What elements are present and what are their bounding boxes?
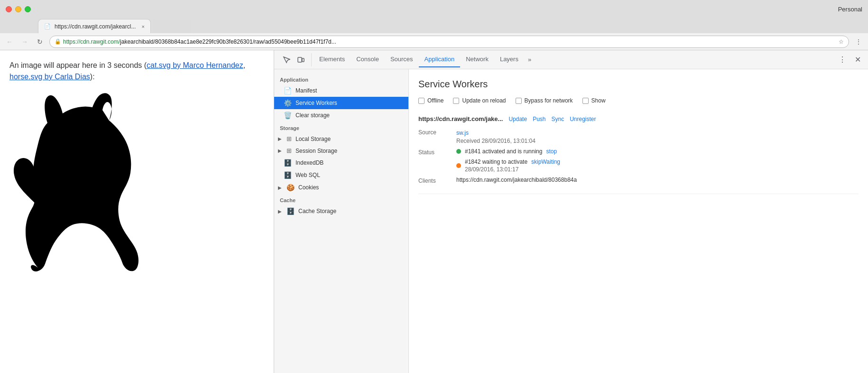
inspect-element-icon[interactable] bbox=[280, 53, 293, 66]
sw-status-waiting: #1842 waiting to activate skipWaiting 28… bbox=[456, 159, 560, 173]
update-on-reload-option[interactable]: Update on reload bbox=[453, 97, 506, 104]
sw-status-row: Status #1841 activated and is running st… bbox=[418, 148, 859, 173]
cookies-arrow-icon: ▶ bbox=[278, 185, 282, 190]
bypass-for-network-label: Bypass for network bbox=[525, 97, 573, 104]
sw-push-link[interactable]: Push bbox=[533, 116, 545, 122]
sw-unregister-link[interactable]: Unregister bbox=[570, 116, 596, 122]
show-checkbox[interactable] bbox=[582, 98, 589, 104]
status-dot-green bbox=[456, 149, 461, 154]
sw-source-label: Source bbox=[418, 128, 456, 136]
more-tabs-button[interactable]: » bbox=[524, 52, 535, 67]
update-on-reload-label: Update on reload bbox=[462, 97, 506, 104]
close-button[interactable] bbox=[6, 6, 12, 12]
sidebar-item-local-storage[interactable]: ▶ ⊞ Local Storage bbox=[274, 133, 408, 145]
sw-source-file-link[interactable]: sw.js bbox=[456, 130, 469, 136]
new-tab-area bbox=[153, 20, 191, 33]
sidebar-item-session-storage[interactable]: ▶ ⊞ Session Storage bbox=[274, 145, 408, 157]
devtools-toolbar: Elements Console Sources Application Net… bbox=[274, 50, 868, 69]
tab-layers[interactable]: Layers bbox=[494, 52, 524, 67]
tab-console[interactable]: Console bbox=[351, 52, 385, 67]
sw-running-text: #1841 activated and is running bbox=[465, 148, 542, 155]
show-label: Show bbox=[591, 97, 606, 104]
cat-svg-link[interactable]: cat.svg by Marco Hernandez bbox=[147, 61, 243, 69]
title-bar: Personal bbox=[0, 0, 868, 18]
url-bar[interactable]: 🔒 https://cdn.rawgit.com/jakearchibald/8… bbox=[49, 36, 849, 48]
indexeddb-icon: 🗄️ bbox=[284, 159, 292, 167]
svg-rect-1 bbox=[302, 58, 304, 62]
tab-elements[interactable]: Elements bbox=[314, 52, 351, 67]
update-on-reload-checkbox[interactable] bbox=[453, 98, 459, 104]
forward-button[interactable]: → bbox=[19, 36, 30, 47]
offline-checkbox[interactable] bbox=[418, 98, 425, 104]
sw-status-entries: #1841 activated and is running stop #184… bbox=[456, 148, 560, 173]
sw-waiting-details: #1842 waiting to activate skipWaiting 28… bbox=[465, 159, 560, 173]
maximize-button[interactable] bbox=[25, 6, 31, 12]
devtools-main-panel: Service Workers Offline Update on reload bbox=[409, 69, 868, 373]
tab-favicon: 📄 bbox=[44, 23, 51, 29]
main-area: An image will appear here in 3 seconds (… bbox=[0, 50, 868, 373]
tab-url: https://cdn.rawgit.com/jakearcl... bbox=[55, 23, 136, 30]
cat-image bbox=[9, 87, 171, 287]
sidebar-item-indexeddb-label: IndexedDB bbox=[295, 159, 403, 166]
sidebar-item-clear-storage[interactable]: 🗑️ Clear storage bbox=[274, 109, 408, 121]
browser-tab[interactable]: 📄 https://cdn.rawgit.com/jakearcl... × bbox=[38, 19, 151, 33]
sidebar-item-service-workers-label: Service Workers bbox=[295, 100, 403, 106]
sw-stop-link[interactable]: stop bbox=[546, 148, 557, 155]
page-text-after: ): bbox=[90, 73, 95, 81]
sw-sync-link[interactable]: Sync bbox=[551, 116, 564, 122]
offline-option[interactable]: Offline bbox=[418, 97, 443, 104]
tabs-bar: 📄 https://cdn.rawgit.com/jakearcl... × bbox=[0, 18, 868, 33]
offline-label: Offline bbox=[427, 97, 443, 104]
devtools-more-options-icon[interactable]: ⋮ bbox=[836, 53, 849, 66]
sidebar-item-cookies-label: Cookies bbox=[298, 184, 403, 191]
horse-svg-link[interactable]: horse.svg by Carla Dias bbox=[9, 73, 90, 81]
sidebar-item-cache-storage[interactable]: ▶ 🗄️ Cache Storage bbox=[274, 205, 408, 217]
traffic-lights bbox=[6, 6, 31, 12]
local-storage-arrow-icon: ▶ bbox=[278, 136, 282, 141]
devtools-panel: Elements Console Sources Application Net… bbox=[274, 50, 868, 373]
session-storage-icon: ⊞ bbox=[286, 147, 292, 154]
status-dot-orange bbox=[456, 163, 461, 168]
tab-network[interactable]: Network bbox=[460, 52, 494, 67]
devtools-action-buttons: ⋮ ✕ bbox=[836, 53, 866, 66]
show-option[interactable]: Show bbox=[582, 97, 606, 104]
cache-storage-arrow-icon: ▶ bbox=[278, 209, 282, 214]
sidebar-item-manifest[interactable]: 📄 Manifest bbox=[274, 84, 408, 97]
sw-clients-label: Clients bbox=[418, 177, 456, 184]
url-text: https://cdn.rawgit.com/jakearchibald/803… bbox=[63, 38, 837, 45]
sw-status-label: Status bbox=[418, 148, 456, 156]
tab-application[interactable]: Application bbox=[419, 52, 461, 67]
web-sql-icon: 🗄️ bbox=[284, 171, 292, 179]
sw-clients-value: https://cdn.rawgit.com/jakearchibald/803… bbox=[456, 177, 577, 183]
sidebar-item-service-workers[interactable]: ⚙️ Service Workers bbox=[274, 97, 408, 109]
back-button[interactable]: ← bbox=[4, 36, 15, 47]
sw-received-value: Received 28/09/2016, 13:01:04 bbox=[456, 138, 536, 144]
tab-close-button[interactable]: × bbox=[141, 24, 144, 29]
session-storage-arrow-icon: ▶ bbox=[278, 148, 282, 153]
minimize-button[interactable] bbox=[15, 6, 21, 12]
sw-status-running: #1841 activated and is running stop bbox=[456, 148, 560, 155]
sw-options-row: Offline Update on reload Bypass for netw… bbox=[418, 97, 859, 104]
reload-button[interactable]: ↻ bbox=[34, 36, 46, 47]
more-options-button[interactable]: ⋮ bbox=[853, 36, 864, 47]
sw-waiting-text: #1842 waiting to activate bbox=[465, 159, 527, 165]
bookmark-star-icon[interactable]: ☆ bbox=[839, 38, 844, 45]
device-toolbar-icon[interactable] bbox=[294, 53, 307, 66]
tab-sources[interactable]: Sources bbox=[385, 52, 419, 67]
sidebar-item-web-sql[interactable]: 🗄️ Web SQL bbox=[274, 169, 408, 181]
profile-label: Personal bbox=[838, 6, 862, 13]
sw-waiting-time: 28/09/2016, 13:01:17 bbox=[465, 166, 560, 173]
bypass-for-network-checkbox[interactable] bbox=[516, 98, 522, 104]
sidebar-item-cookies[interactable]: ▶ 🍪 Cookies bbox=[274, 181, 408, 194]
sw-update-link[interactable]: Update bbox=[508, 116, 527, 122]
sw-skip-waiting-link[interactable]: skipWaiting bbox=[531, 159, 560, 165]
sidebar-item-web-sql-label: Web SQL bbox=[295, 172, 403, 178]
url-https: https://cdn.rawgit.com/ bbox=[63, 38, 120, 45]
sidebar-item-manifest-label: Manifest bbox=[295, 87, 403, 94]
sidebar-item-indexeddb[interactable]: 🗄️ IndexedDB bbox=[274, 157, 408, 169]
devtools-close-icon[interactable]: ✕ bbox=[851, 53, 864, 66]
bypass-for-network-option[interactable]: Bypass for network bbox=[516, 97, 573, 104]
local-storage-icon: ⊞ bbox=[286, 135, 292, 142]
devtools-body: Application 📄 Manifest ⚙️ Service Worker… bbox=[274, 69, 868, 373]
devtools-icon-group bbox=[276, 53, 312, 66]
